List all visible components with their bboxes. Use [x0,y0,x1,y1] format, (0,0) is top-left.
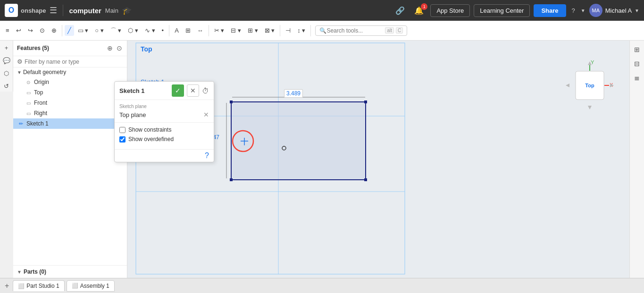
arc-btn[interactable]: ⌒ ▾ [108,25,125,37]
onshape-text: onshape [21,7,46,14]
tree-spacer [13,129,127,265]
avatar: MA [589,4,602,17]
dim-btn[interactable]: ↔ [194,25,206,36]
top-label: Top [34,89,43,96]
features-list-btn[interactable]: ≡ [3,25,12,36]
svg-rect-8 [364,178,367,181]
smart-dim-btn[interactable]: ↕ ▾ [294,25,308,36]
history-icon-btn[interactable]: ⊙ [116,43,123,53]
sketch-options: Show constraints Show overdefined [115,123,214,149]
export-view-btn[interactable]: ⊞ [632,43,642,56]
line-btn[interactable]: ╱ [65,25,74,36]
svg-rect-7 [230,178,233,181]
sketch-plane-label: Sketch plane [119,104,209,109]
separator1 [62,25,62,36]
coincident-btn[interactable]: ⊣ [283,25,293,36]
tree-default-geometry[interactable]: ▼ Default geometry [13,67,127,77]
tree-origin[interactable]: ⊙ Origin [13,77,127,87]
point-btn[interactable]: • [159,25,167,36]
app-name: computer [69,7,101,15]
show-overdefined-checkbox[interactable] [119,136,125,142]
learning-center-button[interactable]: Learning Center [474,4,530,17]
trim-btn[interactable]: ✂ ▾ [211,25,227,36]
sketch-footer: ? [115,149,214,162]
tree-sketch1[interactable]: ✏ Sketch 1 [13,118,127,129]
sketch-plane-value: Top plane [119,111,146,118]
show-overdefined-label: Show overdefined [128,136,174,142]
separator2 [169,25,169,36]
view-cube[interactable]: Y X Top [564,59,620,116]
show-overdefined-row: Show overdefined [119,136,209,142]
tree-right[interactable]: ▭ Right [13,108,127,118]
app-store-button[interactable]: App Store [430,4,470,17]
hamburger-icon[interactable]: ☰ [50,5,57,16]
offset-btn[interactable]: ⊞ [183,25,193,36]
show-constraints-checkbox[interactable] [119,127,125,133]
sketch-plane-row: Top plane ✕ [119,111,209,118]
plane-icon-top: ▭ [25,89,32,96]
sketch-plane-clear-button[interactable]: ✕ [203,111,209,118]
spline-btn[interactable]: ∿ ▾ [142,25,158,36]
sketch-panel: Sketch 1 ✓ ✕ ⏱ Sketch plane Top plane ✕ … [114,81,214,162]
share-button[interactable]: Share [534,4,566,17]
dim-width: 3.489 [284,89,303,98]
tab-assembly-label: Assembly 1 [80,283,109,289]
redo-btn[interactable]: ↪ [25,25,36,36]
sketch-close-button[interactable]: ✕ [187,84,199,97]
pattern-btn[interactable]: ⊞ ▾ [245,25,261,36]
mirror-btn[interactable]: ⊟ ▾ [228,25,244,36]
tab-part-studio[interactable]: ⬜ Part Studio 1 [13,280,64,291]
user-dropdown-icon: ▼ [635,8,639,13]
parts-header[interactable]: ▼ Parts (0) [13,265,127,278]
logo-icon: O [5,4,18,17]
bottom-tabs: + ⬜ Part Studio 1 ⬜ Assembly 1 [0,278,644,293]
rect-btn[interactable]: ▭ ▾ [75,25,92,36]
text-btn[interactable]: A [172,25,182,36]
user-info[interactable]: MA Michael A ▼ [589,4,639,17]
logo-letter: O [8,6,14,15]
svg-text:Y: Y [591,59,594,65]
sketch-plane-section: Sketch plane Top plane ✕ [115,100,214,123]
circle-btn[interactable]: ○ ▾ [92,25,106,36]
tree-top[interactable]: ▭ Top [13,87,127,98]
filter-row: ⚙ [13,56,127,67]
plane-icon-front: ▭ [25,99,32,107]
chevron-down-icon: ▼ [17,70,22,75]
help-button[interactable]: ? [570,5,577,16]
assembly-icon: ⬜ [72,283,78,289]
undo-btn[interactable]: ↩ [13,25,24,36]
svg-rect-6 [364,100,367,103]
filter-input[interactable] [25,59,123,65]
sketch-history-button[interactable]: ⏱ [202,87,209,95]
tab-assembly[interactable]: ⬜ Assembly 1 [67,280,115,292]
sketch1-label: Sketch 1 [26,120,49,127]
search-input[interactable] [326,27,383,34]
link-icon-btn[interactable]: 🔗 [393,4,408,17]
front-label: Front [34,100,47,106]
part-studio-icon: ⬜ [18,283,25,289]
filter-icon: ⚙ [17,58,23,65]
show-constraints-row: Show constraints [119,126,209,133]
search-kbd-c: C [396,27,403,33]
separator [63,5,63,16]
left-panel: Features (5) ⊕ ⊙ ⚙ ▼ Default geometry ⊙ … [13,41,127,278]
sketch-help-icon[interactable]: ? [205,151,209,160]
tree-front[interactable]: ▭ Front [13,98,127,108]
svg-text:Top: Top [585,83,594,88]
bom-btn[interactable]: ≣ [632,72,642,84]
measure-btn[interactable]: ⊕ [49,25,59,36]
convert-btn[interactable]: ⊠ ▾ [262,25,278,36]
polygon-btn[interactable]: ⬡ ▾ [125,25,141,36]
sketch-confirm-button[interactable]: ✓ [172,84,184,97]
separator4 [280,25,280,36]
add-tab-button[interactable]: + [3,282,11,290]
render-btn[interactable]: ⊟ [632,58,642,70]
origin-icon: ⊙ [25,78,32,86]
notification-area: 🔔 1 [411,4,427,17]
add-feature-icon-btn[interactable]: ⊕ [106,43,114,53]
search-kbd-alt: alt [385,27,394,33]
svg-marker-22 [588,106,592,109]
reconstruct-btn[interactable]: ⊙ [37,25,48,36]
separator3 [209,25,209,36]
notification-badge: 1 [421,3,427,10]
